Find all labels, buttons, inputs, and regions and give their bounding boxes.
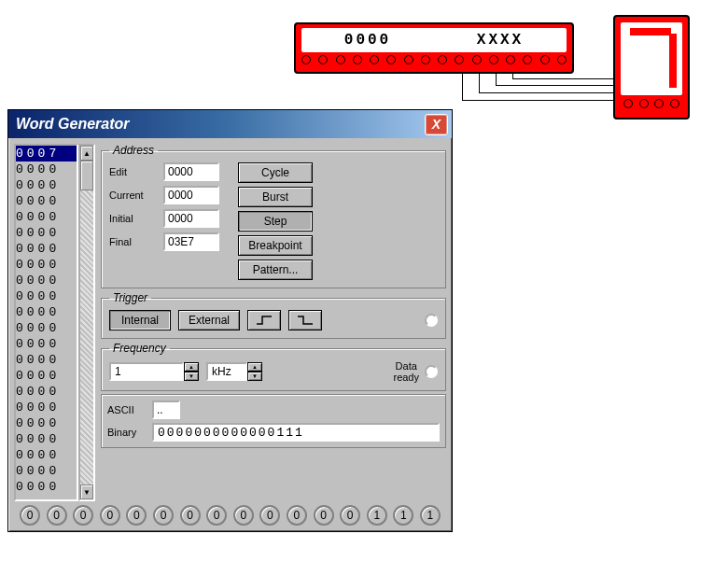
wordlist-row[interactable]: 0000: [16, 177, 77, 193]
output-pin[interactable]: 0: [287, 505, 307, 526]
device-pin[interactable]: [421, 55, 430, 64]
frequency-unit-field[interactable]: [206, 362, 247, 381]
current-field[interactable]: [163, 186, 219, 204]
device-pin[interactable]: [523, 55, 532, 64]
wordlist-row[interactable]: 0000: [16, 257, 77, 273]
output-pin[interactable]: 0: [100, 505, 120, 526]
unit-down-button[interactable]: ▼: [247, 372, 262, 381]
wordlist-row[interactable]: 0000: [16, 193, 77, 209]
cycle-button[interactable]: Cycle: [238, 162, 313, 183]
burst-button[interactable]: Burst: [238, 187, 313, 207]
wordlist-row[interactable]: 0000: [16, 368, 77, 384]
freq-up-button[interactable]: ▲: [184, 362, 199, 372]
scroll-up-icon[interactable]: ▲: [80, 146, 93, 161]
seven-segment-screen: [621, 22, 682, 95]
output-pin[interactable]: 0: [206, 505, 227, 526]
falling-edge-button[interactable]: [288, 310, 322, 330]
wordlist-row[interactable]: 0000: [16, 225, 77, 241]
scroll-down-icon[interactable]: ▼: [80, 485, 93, 499]
device-pin[interactable]: [370, 55, 379, 64]
wordlist-row[interactable]: 0000: [16, 447, 77, 463]
device-pin[interactable]: [301, 55, 311, 64]
device-pin[interactable]: [386, 55, 396, 64]
wordlist-row[interactable]: 0000: [16, 431, 77, 447]
frequency-legend: Frequency: [109, 342, 170, 355]
initial-field[interactable]: [163, 209, 219, 228]
wordlist-row[interactable]: 0000: [16, 400, 77, 415]
wordlist-selected[interactable]: 0007: [16, 146, 77, 162]
wordlist-row[interactable]: 0000: [16, 415, 77, 431]
freq-down-button[interactable]: ▼: [184, 372, 199, 381]
binary-field[interactable]: [152, 423, 440, 442]
wordlist-row[interactable]: 0000: [16, 273, 77, 288]
device-pin[interactable]: [336, 55, 345, 64]
close-button[interactable]: X: [425, 114, 448, 135]
falling-edge-icon: [297, 316, 314, 325]
address-group: Address Edit Current: [101, 144, 446, 288]
rising-edge-icon: [256, 316, 273, 325]
step-button[interactable]: Step: [238, 211, 313, 232]
output-pin[interactable]: 0: [47, 505, 67, 526]
window-title: Word Generator: [16, 116, 130, 133]
device-pin[interactable]: [438, 55, 447, 64]
output-pin[interactable]: 1: [420, 505, 441, 526]
external-button[interactable]: External: [178, 310, 240, 330]
rising-edge-button[interactable]: [247, 310, 281, 330]
output-pin[interactable]: 0: [340, 505, 360, 526]
wordlist-row[interactable]: 0000: [16, 479, 77, 495]
output-pin[interactable]: 0: [20, 505, 40, 526]
wordlist-row[interactable]: 0000: [16, 320, 77, 336]
internal-button[interactable]: Internal: [109, 310, 171, 330]
output-pin[interactable]: 0: [126, 505, 147, 526]
scroll-thumb[interactable]: [80, 161, 93, 190]
lcd-left: 0000: [344, 32, 391, 49]
output-pin[interactable]: 0: [233, 505, 254, 526]
device-pin[interactable]: [455, 55, 464, 64]
device-pin[interactable]: [506, 55, 515, 64]
edit-field[interactable]: [163, 162, 219, 181]
output-pin[interactable]: 0: [153, 505, 174, 526]
wordlist-row[interactable]: 0000: [16, 241, 77, 257]
scrollbar[interactable]: ▲ ▼: [78, 144, 95, 501]
output-pin[interactable]: 0: [259, 505, 280, 526]
device-pin[interactable]: [404, 55, 413, 64]
frequency-field[interactable]: [109, 362, 184, 381]
device-pin[interactable]: [540, 55, 550, 64]
seven-seg-pin[interactable]: [670, 99, 679, 108]
device-pins: [301, 55, 567, 64]
device-pin[interactable]: [489, 55, 498, 64]
output-pin[interactable]: 0: [73, 505, 93, 526]
wordlist-row[interactable]: 0000: [16, 209, 77, 225]
initial-label: Initial: [109, 213, 158, 224]
output-pin[interactable]: 0: [180, 505, 201, 526]
output-pin[interactable]: 1: [393, 505, 413, 526]
final-field[interactable]: [163, 232, 219, 251]
close-icon: X: [432, 117, 441, 132]
pattern-button[interactable]: Pattern...: [238, 260, 313, 280]
trigger-indicator[interactable]: [425, 314, 438, 327]
wordlist-row[interactable]: 0000: [16, 336, 77, 352]
device-pin[interactable]: [353, 55, 362, 64]
seven-seg-pin[interactable]: [654, 99, 664, 108]
unit-up-button[interactable]: ▲: [247, 362, 262, 372]
wordlist-row[interactable]: 0000: [16, 352, 77, 368]
word-list[interactable]: 0007000000000000000000000000000000000000…: [14, 144, 95, 501]
wordlist-row[interactable]: 0000: [16, 463, 77, 479]
output-pin[interactable]: 1: [367, 505, 387, 526]
breakpoint-button[interactable]: Breakpoint: [238, 235, 313, 256]
wordlist-row[interactable]: 0000: [16, 384, 77, 400]
titlebar[interactable]: Word Generator X: [8, 110, 452, 138]
wordlist-row[interactable]: 0000: [16, 162, 77, 177]
seven-seg-pin[interactable]: [639, 99, 649, 108]
output-pins-row: 0000000000000111: [14, 501, 446, 526]
output-pin[interactable]: 0: [314, 505, 334, 526]
ascii-field[interactable]: [152, 400, 180, 419]
output-group: ASCII Binary: [101, 394, 446, 448]
wordlist-row[interactable]: 0000: [16, 288, 77, 304]
data-ready-indicator[interactable]: [425, 365, 438, 378]
device-pin[interactable]: [557, 55, 567, 64]
device-pin[interactable]: [318, 55, 328, 64]
seven-seg-pin[interactable]: [623, 99, 633, 108]
device-pin[interactable]: [472, 55, 482, 64]
wordlist-row[interactable]: 0000: [16, 304, 77, 320]
